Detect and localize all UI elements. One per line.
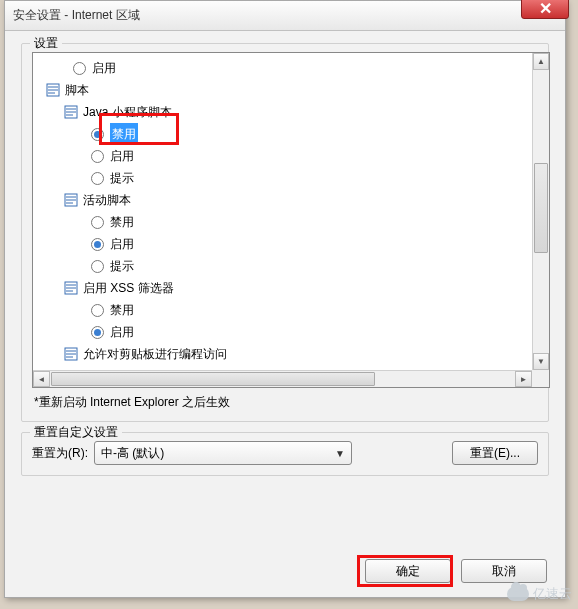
watermark: 亿速云 — [507, 585, 572, 603]
option-label: 启用 — [92, 57, 116, 79]
window-title: 安全设置 - Internet 区域 — [13, 7, 140, 24]
reset-fieldset: 重置自定义设置 重置为(R): 中-高 (默认) ▼ 重置(E)... — [21, 432, 549, 476]
category-label: 允许对剪贴板进行编程访问 — [83, 343, 227, 365]
option-label: 禁用 — [110, 299, 134, 321]
vertical-scrollbar[interactable]: ▲ ▼ — [532, 53, 549, 370]
option-java-prompt[interactable]: 提示 — [91, 167, 549, 189]
reset-level-combo[interactable]: 中-高 (默认) ▼ — [94, 441, 352, 465]
option-label: 提示 — [110, 255, 134, 277]
titlebar: 安全设置 - Internet 区域 ✕ — [5, 1, 565, 31]
radio-icon — [91, 128, 104, 141]
radio-icon — [91, 326, 104, 339]
option-xss-enable[interactable]: 启用 — [91, 321, 549, 343]
radio-icon — [91, 260, 104, 273]
option-active-prompt[interactable]: 提示 — [91, 255, 549, 277]
category-clipboard-access: 允许对剪贴板进行编程访问 — [63, 343, 549, 365]
scroll-left-button[interactable]: ◄ — [33, 371, 50, 387]
close-button[interactable]: ✕ — [521, 0, 569, 19]
reset-to-label: 重置为(R): — [32, 445, 88, 462]
reset-button[interactable]: 重置(E)... — [452, 441, 538, 465]
option-active-disable[interactable]: 禁用 — [91, 211, 549, 233]
option-label: 禁用 — [110, 211, 134, 233]
scroll-up-button[interactable]: ▲ — [533, 53, 549, 70]
scroll-corner — [532, 370, 549, 387]
horizontal-scrollbar[interactable]: ◄ ► — [33, 370, 532, 387]
chevron-down-icon: ▼ — [335, 448, 345, 459]
script-icon — [63, 346, 79, 362]
category-label: Java 小程序脚本 — [83, 101, 172, 123]
ok-button[interactable]: 确定 — [365, 559, 451, 583]
option-active-enable[interactable]: 启用 — [91, 233, 549, 255]
settings-tree-scroll: 启用 脚本 Java 小程序脚本 — [32, 52, 550, 388]
cloud-icon — [507, 587, 529, 601]
settings-fieldset: 设置 启用 脚本 — [21, 43, 549, 422]
radio-icon — [91, 172, 104, 185]
option-java-enable[interactable]: 启用 — [91, 145, 549, 167]
scroll-thumb[interactable] — [51, 372, 375, 386]
button-label: 重置(E)... — [470, 445, 520, 462]
dialog-content: 设置 启用 脚本 — [5, 31, 565, 498]
watermark-text: 亿速云 — [533, 585, 572, 603]
scroll-right-button[interactable]: ► — [515, 371, 532, 387]
security-settings-dialog: 安全设置 - Internet 区域 ✕ 设置 启用 脚本 — [4, 0, 566, 598]
script-icon — [63, 192, 79, 208]
close-icon: ✕ — [539, 0, 552, 18]
radio-icon — [91, 304, 104, 317]
settings-legend: 设置 — [30, 35, 62, 52]
category-script: 脚本 — [45, 79, 549, 101]
category-xss-filter: 启用 XSS 筛选器 — [63, 277, 549, 299]
radio-icon — [91, 150, 104, 163]
settings-tree: 启用 脚本 Java 小程序脚本 — [33, 53, 549, 365]
scroll-thumb[interactable] — [534, 163, 548, 253]
category-label: 脚本 — [65, 79, 89, 101]
option-label: 禁用 — [110, 123, 138, 145]
option-label: 启用 — [110, 321, 134, 343]
option-label: 提示 — [110, 167, 134, 189]
script-icon — [63, 280, 79, 296]
script-icon — [63, 104, 79, 120]
radio-icon — [73, 62, 86, 75]
scroll-down-button[interactable]: ▼ — [533, 353, 549, 370]
category-active-script: 活动脚本 — [63, 189, 549, 211]
cancel-button[interactable]: 取消 — [461, 559, 547, 583]
option-label: 启用 — [110, 233, 134, 255]
category-label: 活动脚本 — [83, 189, 131, 211]
category-java-applet: Java 小程序脚本 — [63, 101, 549, 123]
option-java-disable[interactable]: 禁用 — [91, 123, 549, 145]
option-enable-top[interactable]: 启用 — [73, 57, 549, 79]
combo-value: 中-高 (默认) — [101, 445, 164, 462]
option-label: 启用 — [110, 145, 134, 167]
restart-note: *重新启动 Internet Explorer 之后生效 — [34, 394, 536, 411]
reset-legend: 重置自定义设置 — [30, 424, 122, 441]
script-icon — [45, 82, 61, 98]
radio-icon — [91, 216, 104, 229]
category-label: 启用 XSS 筛选器 — [83, 277, 174, 299]
option-xss-disable[interactable]: 禁用 — [91, 299, 549, 321]
button-label: 取消 — [492, 563, 516, 580]
button-label: 确定 — [396, 563, 420, 580]
radio-icon — [91, 238, 104, 251]
dialog-footer: 确定 取消 — [365, 559, 547, 583]
